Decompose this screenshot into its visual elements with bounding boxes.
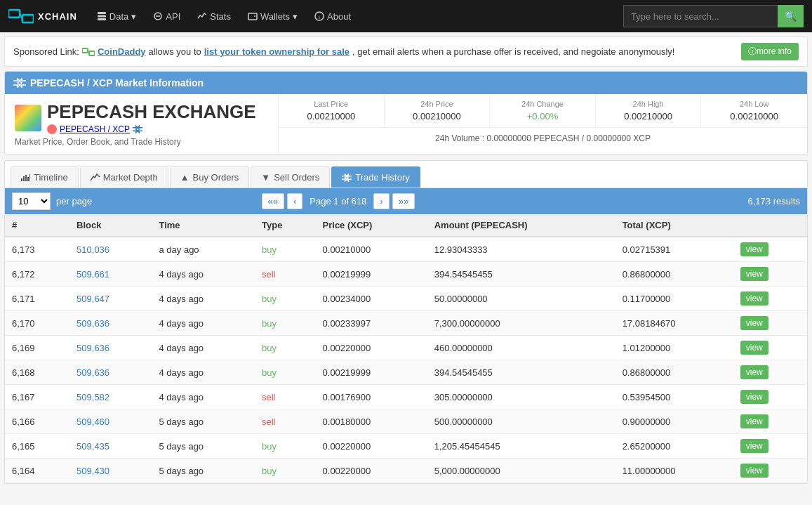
svg-rect-17	[27, 177, 29, 181]
more-info-button[interactable]: ⓘmore info	[741, 43, 799, 60]
block-link[interactable]: 509,647	[76, 294, 109, 304]
svg-rect-15	[23, 176, 25, 181]
svg-rect-4	[98, 15, 106, 18]
search-button[interactable]: 🔍	[778, 5, 804, 27]
cell-block: 510,036	[69, 237, 152, 262]
cell-total: 0.86800000	[615, 360, 733, 385]
block-link[interactable]: 509,636	[76, 318, 109, 329]
cell-price: 0.00210000	[316, 237, 427, 262]
cell-type: sell	[255, 409, 316, 434]
svg-rect-3	[98, 12, 106, 14]
nav-stats[interactable]: Stats	[192, 0, 237, 32]
prev-page-button[interactable]: ‹	[287, 193, 302, 209]
block-link[interactable]: 509,582	[76, 392, 109, 402]
cell-type: buy	[255, 311, 316, 336]
block-link[interactable]: 509,636	[76, 367, 109, 378]
block-link[interactable]: 509,460	[76, 417, 109, 427]
nav-api[interactable]: API	[147, 0, 186, 32]
view-button[interactable]: view	[740, 439, 768, 453]
brand: XCHAIN	[8, 6, 77, 26]
table-row: 6,171 509,647 4 days ago buy 0.00234000 …	[5, 287, 807, 311]
stat-24h-high: 24h High 0.00210000	[596, 94, 702, 127]
sponsor-msg-after: , get email alerts when a purchase offer…	[352, 46, 674, 57]
table-row: 6,170 509,636 4 days ago buy 0.00233997 …	[5, 311, 807, 336]
type-badge: buy	[262, 441, 277, 452]
view-button[interactable]: view	[740, 341, 768, 355]
block-link[interactable]: 510,036	[76, 244, 109, 255]
type-badge: sell	[262, 392, 276, 402]
cell-type: sell	[255, 385, 316, 409]
sponsor-company[interactable]: CoinDaddy	[98, 46, 146, 57]
table-row: 6,164 509,430 5 days ago buy 0.00220000 …	[5, 459, 807, 483]
trade-history-table: # Block Time Type Price (XCP) Amount (PE…	[5, 214, 807, 483]
tab-trade-history[interactable]: Trade History	[331, 166, 420, 188]
view-button[interactable]: view	[740, 365, 768, 379]
block-link[interactable]: 509,661	[76, 269, 109, 280]
nav-data[interactable]: Data ▾	[91, 0, 142, 32]
cell-total: 0.02715391	[615, 237, 733, 262]
stat-24h-change: 24h Change +0.00%	[490, 94, 596, 127]
cell-num: 6,165	[5, 434, 69, 459]
view-button[interactable]: view	[740, 464, 768, 478]
navbar: XCHAIN Data ▾ API Stats Wallets ▾ i Abou…	[0, 0, 812, 32]
next-page-button[interactable]: ›	[373, 193, 389, 209]
cell-total: 0.53954500	[615, 385, 733, 409]
cell-action: view	[733, 336, 807, 360]
cell-num: 6,171	[5, 287, 69, 311]
view-button[interactable]: view	[740, 316, 768, 330]
cell-time: 4 days ago	[152, 360, 255, 385]
tab-market-depth[interactable]: Market Depth	[80, 166, 168, 188]
sponsor-msg-before: allows you to	[149, 46, 201, 57]
cell-time: 5 days ago	[152, 409, 255, 434]
search-input[interactable]	[623, 5, 778, 27]
last-page-button[interactable]: »»	[392, 193, 415, 209]
cell-total: 1.01200000	[615, 336, 733, 360]
type-badge: buy	[262, 294, 277, 304]
cell-price: 0.00176900	[316, 385, 427, 409]
tab-timeline[interactable]: Timeline	[11, 166, 79, 188]
cell-time: 4 days ago	[152, 336, 255, 360]
coin-image	[15, 105, 41, 131]
market-header-title: PEPECASH / XCP Market Information	[30, 77, 204, 88]
swap-icon	[133, 125, 142, 133]
tab-buy-orders[interactable]: ▲ Buy Orders	[170, 166, 250, 188]
block-link[interactable]: 509,435	[76, 441, 109, 452]
cell-block: 509,582	[69, 385, 152, 409]
col-block: Block	[69, 214, 152, 237]
cell-num: 6,166	[5, 409, 69, 434]
type-badge: buy	[262, 343, 277, 353]
cell-price: 0.00234000	[316, 287, 427, 311]
cell-amount: 394.54545455	[427, 360, 615, 385]
sponsor-link[interactable]: list your token ownership for sale	[204, 46, 350, 57]
stat-24h-low: 24h Low 0.00210000	[701, 94, 807, 127]
cell-time: a day ago	[152, 237, 255, 262]
block-link[interactable]: 509,430	[76, 466, 109, 476]
view-button[interactable]: view	[740, 242, 768, 256]
table-body: 6,173 510,036 a day ago buy 0.00210000 1…	[5, 237, 807, 483]
cell-block: 509,430	[69, 459, 152, 483]
market-header: PEPECASH / XCP Market Information	[5, 72, 807, 94]
view-button[interactable]: view	[740, 291, 768, 306]
col-price: Price (XCP)	[316, 214, 427, 237]
tab-sell-orders[interactable]: ▼ Sell Orders	[251, 166, 330, 188]
block-link[interactable]: 509,636	[76, 343, 109, 353]
pagination-controls: «« ‹ Page 1 of 618 › »»	[262, 193, 415, 209]
coin-icon-small	[47, 124, 57, 134]
cell-amount: 500.00000000	[427, 409, 615, 434]
col-total: Total (XCP)	[615, 214, 733, 237]
view-button[interactable]: view	[740, 390, 768, 404]
cell-amount: 394.54545455	[427, 262, 615, 287]
market-pair-link[interactable]: PEPECASH / XCP	[60, 124, 130, 134]
cell-block: 509,636	[69, 311, 152, 336]
cell-action: view	[733, 237, 807, 262]
nav-wallets[interactable]: Wallets ▾	[242, 0, 303, 32]
view-button[interactable]: view	[740, 267, 768, 281]
view-button[interactable]: view	[740, 414, 768, 428]
svg-rect-14	[21, 178, 22, 181]
market-right: Last Price 0.00210000 24h Price 0.002100…	[279, 94, 807, 154]
nav-about[interactable]: i About	[309, 0, 357, 32]
per-page-select[interactable]: 10 25 50	[12, 192, 51, 210]
cell-amount: 305.00000000	[427, 385, 615, 409]
first-page-button[interactable]: ««	[262, 193, 284, 209]
cell-price: 0.00233997	[316, 311, 427, 336]
